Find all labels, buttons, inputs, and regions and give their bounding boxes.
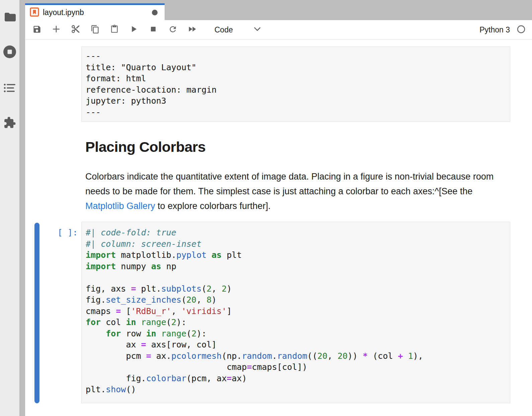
paragraph-text-after: to explore colorbars further]. bbox=[155, 201, 271, 211]
sidebar-item-file-browser[interactable] bbox=[0, 8, 19, 27]
sidebar-item-table-of-contents[interactable] bbox=[0, 79, 19, 98]
code-cell-source[interactable]: #| code-fold: true#| column: screen-inse… bbox=[81, 222, 510, 403]
puzzle-icon bbox=[3, 116, 16, 130]
active-cell-collapser[interactable] bbox=[34, 223, 39, 403]
tab-title: layout.ipynb bbox=[43, 8, 84, 17]
kernel-indicator: Python 3 bbox=[479, 25, 525, 35]
markdown-heading: Placing Colorbars bbox=[85, 138, 532, 155]
main-panel: layout.ipynb bbox=[25, 0, 532, 416]
cut-cells-button[interactable] bbox=[71, 25, 81, 35]
play-icon bbox=[129, 24, 139, 35]
tab-layout-ipynb[interactable]: layout.ipynb bbox=[25, 3, 165, 20]
paragraph-text: Colorbars indicate the quantitative exte… bbox=[85, 172, 494, 196]
code-cell: [ ]: #| code-fold: true#| column: screen… bbox=[25, 222, 532, 404]
refresh-icon bbox=[168, 25, 177, 35]
sidebar-item-running-sessions[interactable] bbox=[0, 43, 19, 62]
cell-type-dropdown[interactable]: Code bbox=[214, 25, 261, 34]
save-icon bbox=[32, 25, 41, 35]
fast-forward-icon bbox=[187, 24, 197, 35]
notebook-content: --- title: "Quarto Layout" format: html … bbox=[25, 40, 532, 416]
restart-kernel-button[interactable] bbox=[168, 25, 178, 35]
unsaved-changes-indicator bbox=[152, 10, 158, 15]
clipboard-icon bbox=[110, 25, 119, 35]
copy-icon bbox=[91, 25, 100, 35]
markdown-paragraph: Colorbars indicate the quantitative exte… bbox=[85, 169, 502, 213]
kernel-status-circle-icon bbox=[517, 25, 525, 35]
markdown-cell[interactable]: Placing Colorbars Colorbars indicate the… bbox=[25, 138, 532, 213]
save-button[interactable] bbox=[32, 25, 42, 35]
stop-icon bbox=[149, 25, 157, 34]
raw-cell: --- title: "Quarto Layout" format: html … bbox=[25, 46, 532, 122]
run-cell-button[interactable] bbox=[129, 25, 139, 35]
cell-type-value: Code bbox=[214, 25, 233, 34]
restart-run-all-button[interactable] bbox=[187, 25, 197, 35]
notebook-toolbar: Code Python 3 bbox=[25, 20, 532, 40]
scissors-icon bbox=[71, 24, 80, 35]
copy-cells-button[interactable] bbox=[90, 25, 100, 35]
matplotlib-gallery-link[interactable]: Matplotlib Gallery bbox=[85, 201, 155, 211]
interrupt-kernel-button[interactable] bbox=[148, 25, 158, 35]
left-activity-bar bbox=[0, 0, 19, 416]
list-icon bbox=[4, 83, 16, 94]
stop-circle-icon bbox=[3, 45, 17, 60]
chevron-down-icon bbox=[233, 27, 261, 33]
execution-prompt: [ ]: bbox=[58, 227, 78, 238]
notebook-file-icon bbox=[30, 7, 39, 18]
insert-cell-button[interactable] bbox=[51, 25, 61, 35]
sidebar-item-extensions[interactable] bbox=[0, 114, 19, 133]
raw-cell-source[interactable]: --- title: "Quarto Layout" format: html … bbox=[81, 46, 510, 122]
plus-icon bbox=[52, 25, 61, 35]
folder-icon bbox=[4, 12, 16, 23]
kernel-name[interactable]: Python 3 bbox=[479, 25, 510, 34]
paste-cells-button[interactable] bbox=[109, 25, 119, 35]
